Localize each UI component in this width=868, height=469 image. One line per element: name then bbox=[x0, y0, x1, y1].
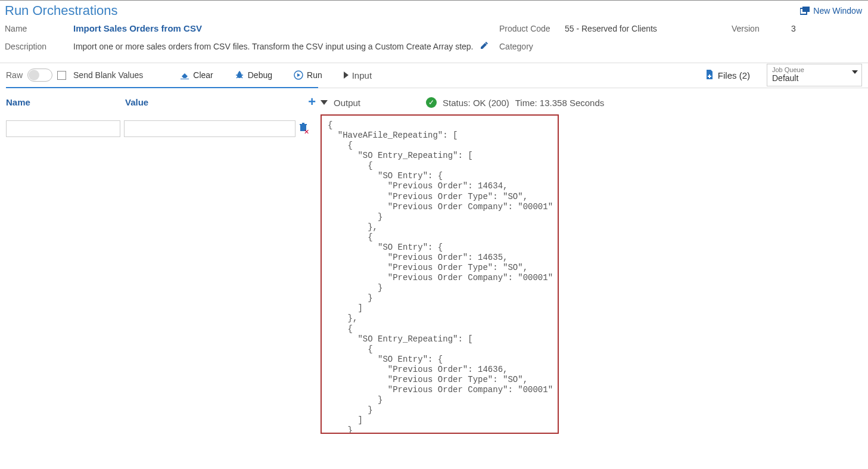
send-blank-checkbox[interactable] bbox=[57, 71, 66, 80]
status-ok-icon: ✓ bbox=[426, 97, 437, 108]
time-text: Time: 13.358 Seconds bbox=[515, 98, 605, 108]
job-queue-value: Default bbox=[772, 73, 857, 83]
input-label: Input bbox=[352, 70, 372, 80]
svg-rect-5 bbox=[709, 74, 710, 78]
run-label: Run bbox=[307, 70, 322, 80]
plus-icon: + bbox=[308, 94, 316, 109]
new-window-label: New Window bbox=[813, 6, 862, 15]
param-value-input[interactable] bbox=[124, 120, 295, 137]
svg-rect-1 bbox=[802, 7, 810, 12]
new-window-icon bbox=[800, 7, 810, 15]
new-window-button[interactable]: New Window bbox=[800, 6, 862, 15]
description-label: Description bbox=[5, 42, 73, 51]
version-value: 3 bbox=[791, 24, 839, 33]
job-queue-select[interactable]: Job Queue Default bbox=[767, 64, 862, 86]
page-title: Run Orchestrations bbox=[5, 3, 118, 18]
product-code-label: Product Code bbox=[499, 24, 565, 33]
active-tab-underline bbox=[6, 87, 318, 88]
tab-underline bbox=[318, 87, 868, 88]
chevron-down-icon[interactable] bbox=[321, 100, 328, 105]
pencil-icon bbox=[480, 41, 489, 50]
category-label: Category bbox=[499, 42, 565, 51]
raw-label: Raw bbox=[6, 70, 23, 80]
chevron-right-icon bbox=[344, 72, 349, 79]
clear-label: Clear bbox=[193, 70, 213, 80]
input-section-toggle[interactable]: Input bbox=[344, 70, 372, 80]
job-queue-label: Job Queue bbox=[772, 66, 857, 73]
bug-icon bbox=[235, 70, 244, 80]
files-button[interactable]: Files (2) bbox=[705, 70, 750, 80]
raw-toggle[interactable] bbox=[27, 69, 52, 82]
version-label: Version bbox=[732, 24, 791, 33]
run-button[interactable]: Run bbox=[285, 70, 331, 80]
send-blank-label: Send Blank Values bbox=[73, 70, 143, 80]
add-row-button[interactable]: + bbox=[308, 94, 316, 110]
name-value: Import Sales Orders from CSV bbox=[73, 23, 499, 33]
col-value-header: Value bbox=[125, 97, 280, 107]
param-row: ✕ bbox=[6, 120, 316, 137]
output-json[interactable]: { "HaveAFile_Repeating": [ { "SO Entry_R… bbox=[321, 114, 559, 434]
product-code-value: 55 - Reserved for Clients bbox=[565, 24, 732, 33]
chevron-down-icon bbox=[852, 70, 858, 74]
clear-button[interactable]: Clear bbox=[172, 70, 221, 80]
x-icon: ✕ bbox=[304, 128, 309, 136]
edit-description-button[interactable] bbox=[480, 41, 489, 52]
param-name-input[interactable] bbox=[6, 120, 120, 137]
play-icon bbox=[294, 70, 303, 80]
clear-icon bbox=[180, 70, 189, 80]
col-name-header: Name bbox=[6, 97, 125, 107]
status-text: Status: OK (200) bbox=[443, 98, 509, 108]
file-icon bbox=[705, 70, 714, 80]
description-value: Import one or more sales orders from CSV… bbox=[73, 42, 474, 51]
delete-row-button[interactable]: ✕ bbox=[299, 123, 307, 135]
output-label: Output bbox=[334, 98, 360, 108]
files-label: Files (2) bbox=[718, 70, 750, 80]
debug-button[interactable]: Debug bbox=[226, 70, 281, 80]
name-label: Name bbox=[5, 24, 73, 33]
debug-label: Debug bbox=[248, 70, 272, 80]
